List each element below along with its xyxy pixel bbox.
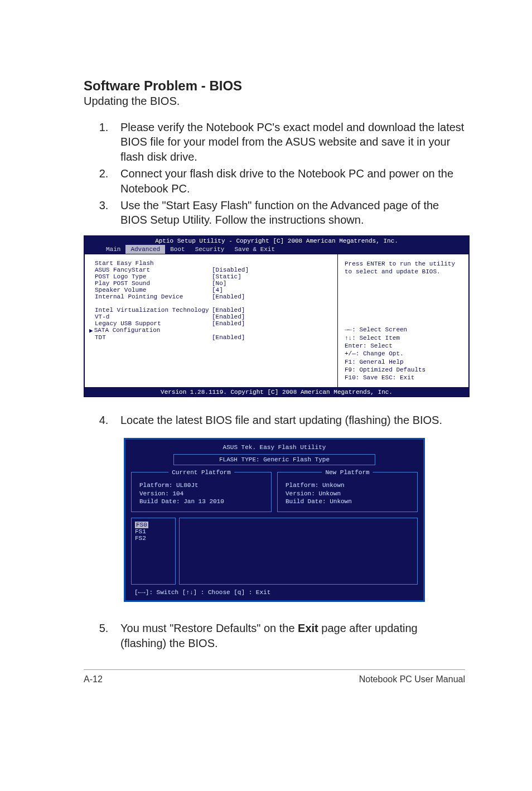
easy-flash-title: ASUS Tek. Easy Flash Utility (131, 442, 418, 455)
menu-main: Main (101, 245, 125, 254)
fs2: FS2 (135, 535, 172, 542)
step-5: You must "Restore Defaults" on the Exit … (112, 621, 465, 650)
current-platform-build: Build Date: Jan 13 2010 (139, 498, 265, 506)
new-platform-legend: New Platform (322, 469, 373, 477)
menu-boot: Boot (165, 245, 190, 254)
nav-hint-f9: F9: Optimized Defaults (345, 366, 463, 374)
new-platform-box: New Platform Platform: Unkown Version: U… (277, 472, 418, 513)
nav-hint-f1: F1: General Help (345, 358, 463, 366)
opt-fancystart: ASUS FancyStart (95, 267, 212, 273)
nav-hint-enter: Enter: Select (345, 342, 463, 350)
current-platform-legend: Current Platform (168, 469, 234, 477)
help-line-2: to select and update BIOS. (345, 268, 463, 276)
page-subtitle: Updating the BIOS. (84, 95, 465, 108)
opt-start-easy-flash: Start Easy Flash (95, 260, 212, 267)
opt-vtd: VT-d (95, 313, 212, 320)
page-title: Software Problem - BIOS (84, 78, 465, 94)
opt-speaker-volume: Speaker Volume (95, 287, 212, 293)
nav-hint-screen: →←: Select Screen (345, 326, 463, 334)
page-footer: A-12 Notebook PC User Manual (84, 669, 465, 684)
new-platform-name: Platform: Unkown (286, 481, 412, 490)
doc-title-footer: Notebook PC User Manual (359, 674, 465, 684)
opt-sata: SATA Configuration (94, 327, 206, 334)
step-1: Please verify the Notebook PC's exact mo… (112, 120, 465, 164)
step-2: Connect your flash disk drive to the Not… (112, 166, 465, 196)
exit-bold: Exit (298, 622, 318, 634)
fs1: FS1 (135, 528, 172, 535)
new-platform-build: Build Date: Unkown (286, 498, 412, 506)
fs-list: FS0 FS1 FS2 (131, 518, 176, 585)
fs-content (179, 518, 418, 585)
opt-pointing-device: Internal Pointing Device (95, 293, 212, 300)
nav-hint-f10: F10: Save ESC: Exit (345, 374, 463, 382)
easy-flash-key-hints: [←→]: Switch [↑↓] : Choose [q] : Exit (131, 585, 418, 597)
current-platform-version: Version: 104 (139, 490, 265, 498)
nav-hint-change: +/—: Change Opt. (345, 350, 463, 358)
fs0: FS0 (135, 522, 148, 528)
step-4: Locate the latest BIOS file and start up… (112, 413, 465, 427)
new-platform-version: Version: Unkown (286, 490, 412, 498)
bios-setup-screenshot: Aptio Setup Utility - Copyright [C] 2008… (84, 235, 470, 398)
help-line-1: Press ENTER to run the utility (345, 260, 463, 268)
current-platform-box: Current Platform Platform: UL80Jt Versio… (131, 472, 272, 513)
step-3: Use the "Start Easy Flash" function on t… (112, 198, 465, 228)
bios-version: Version 1.28.1119. Copyright [C] 2008 Am… (84, 388, 469, 397)
bios-title: Aptio Setup Utility - Copyright [C] 2008… (84, 236, 469, 245)
flash-type-box: FLASH TYPE: Generic Flash Type (173, 454, 375, 465)
opt-post-logo: POST Logo Type (95, 273, 212, 280)
current-platform-name: Platform: UL80Jt (139, 481, 265, 490)
opt-legacy-usb: Legacy USB Support (95, 320, 212, 327)
triangle-icon: ▶ (89, 327, 93, 334)
bios-help-panel: Press ENTER to run the utility to select… (337, 254, 468, 388)
opt-tdt: TDT (95, 334, 212, 341)
opt-post-sound: Play POST Sound (95, 280, 212, 287)
easy-flash-screenshot: ASUS Tek. Easy Flash Utility FLASH TYPE:… (124, 438, 425, 602)
page-number: A-12 (84, 674, 103, 684)
menu-save-exit: Save & Exit (229, 245, 280, 254)
menu-advanced: Advanced (125, 245, 165, 254)
opt-vt: Intel Virtualization Technology (95, 307, 212, 313)
bios-settings-panel: Start Easy Flash ASUS FancyStart[Disable… (85, 254, 337, 388)
menu-security: Security (190, 245, 230, 254)
bios-menu: Main Advanced Boot Security Save & Exit (84, 245, 469, 254)
nav-hint-item: ↑↓: Select Item (345, 334, 463, 342)
